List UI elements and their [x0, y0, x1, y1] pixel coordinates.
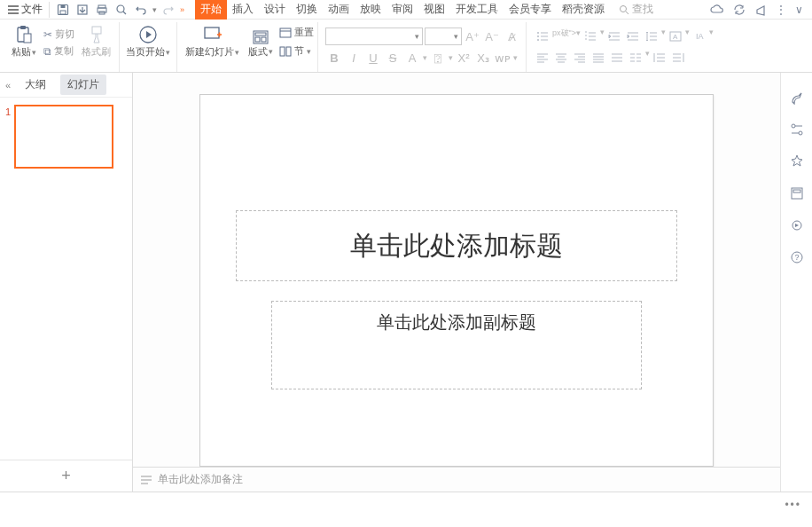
collapse-ribbon-icon[interactable]: ∨ [795, 4, 803, 16]
indent-left-button[interactable] [651, 49, 668, 67]
right-rail: ? [780, 73, 812, 492]
align-left-button[interactable] [534, 49, 551, 67]
text-box-button[interactable]: A [667, 28, 684, 45]
panel-tabs: « 大纲 幻灯片 [0, 73, 132, 98]
tab-resources[interactable]: 稻壳资源 [557, 0, 610, 20]
main-area: « 大纲 幻灯片 1 + 单击此处添加标题 单击此处添加副标题 单击此处添加备注 [0, 73, 812, 492]
rail-design-icon[interactable] [790, 90, 804, 105]
from-current-button[interactable]: 当页开始▾ [123, 24, 173, 59]
italic-button[interactable]: I [345, 49, 363, 67]
line-spacing-button[interactable] [643, 28, 660, 45]
underline-button[interactable]: U [364, 49, 382, 67]
paste-button[interactable]: 粘贴▾ [9, 24, 39, 59]
left-panel: « 大纲 幻灯片 1 + [0, 73, 133, 492]
indent-right-button[interactable] [669, 49, 687, 67]
canvas-scroll[interactable]: 单击此处添加标题 单击此处添加副标题 [133, 73, 780, 467]
layout-button[interactable]: 版式▾ [246, 28, 276, 59]
status-more-icon[interactable]: ••• [785, 499, 801, 511]
search-icon [619, 4, 629, 15]
rail-help-icon[interactable]: ? [790, 250, 804, 264]
reset-button[interactable]: 重置 [279, 26, 314, 39]
tab-insert[interactable]: 插入 [227, 0, 259, 20]
copy-button[interactable]: ⧉复制 [41, 43, 77, 59]
add-slide-button[interactable]: + [0, 460, 132, 492]
qat-more[interactable]: » [180, 5, 184, 14]
rail-magic-icon[interactable] [790, 154, 804, 169]
tab-animation[interactable]: 动画 [323, 0, 355, 20]
highlight-button[interactable]: ⍰ [429, 49, 447, 67]
thumbnail-1[interactable] [14, 105, 113, 169]
layout-icon [253, 29, 269, 45]
decrease-font-icon[interactable]: A⁻ [483, 28, 501, 45]
svg-rect-18 [262, 37, 266, 42]
slides-tab[interactable]: 幻灯片 [60, 75, 106, 95]
font-size-select[interactable]: ▾ [425, 28, 462, 45]
canvas-area: 单击此处添加标题 单击此处添加副标题 单击此处添加备注 [133, 73, 780, 492]
tab-review[interactable]: 审阅 [386, 0, 418, 20]
tab-slideshow[interactable]: 放映 [355, 0, 386, 20]
menu-left: 文件 ▾ » 开始 插入 [4, 0, 653, 20]
subscript-button[interactable]: X₃ [474, 49, 492, 67]
tab-start[interactable]: 开始 [195, 0, 227, 20]
strike-button[interactable]: S [384, 49, 402, 67]
align-center-button[interactable] [552, 49, 570, 67]
preview-icon[interactable] [113, 2, 129, 18]
format-painter-button[interactable]: 格式刷 [79, 24, 113, 59]
scissors-icon: ✂ [43, 28, 52, 41]
section-button[interactable]: 节▾ [279, 44, 314, 58]
svg-point-29 [799, 131, 802, 135]
painter-label: 格式刷 [82, 45, 111, 59]
tab-vip[interactable]: 会员专享 [504, 0, 557, 20]
columns-button[interactable] [627, 49, 644, 67]
superscript-button[interactable]: X² [455, 49, 472, 67]
text-direction-button[interactable]: IA [691, 28, 708, 45]
clear-fmt-icon[interactable]: A̷ [503, 28, 520, 45]
number-list-button[interactable] [582, 28, 599, 45]
outline-tab[interactable]: 大纲 [18, 75, 53, 95]
undo-icon[interactable] [133, 2, 149, 18]
cut-button[interactable]: ✂剪切 [41, 27, 77, 42]
tab-devtools[interactable]: 开发工具 [450, 0, 504, 20]
rail-settings-icon[interactable] [790, 122, 804, 137]
save-icon[interactable] [55, 2, 71, 18]
rail-template-icon[interactable] [790, 186, 804, 201]
align-distributed-button[interactable] [608, 49, 626, 67]
change-case-button[interactable]: ᴡᴩ [494, 49, 511, 67]
decrease-indent-button[interactable] [605, 28, 623, 45]
svg-rect-10 [20, 26, 26, 29]
font-color-button[interactable]: A [403, 49, 421, 67]
tab-view[interactable]: 视图 [418, 0, 450, 20]
cloud-icon[interactable] [710, 4, 724, 15]
tab-design[interactable]: 设计 [259, 0, 291, 20]
increase-font-icon[interactable]: A⁺ [464, 28, 481, 45]
undo-dropdown[interactable]: ▾ [152, 5, 157, 14]
notes-bar[interactable]: 单击此处添加备注 [133, 467, 780, 492]
print-icon[interactable] [94, 2, 110, 18]
svg-rect-21 [286, 47, 291, 56]
align-justify-button[interactable] [589, 49, 607, 67]
new-slide-icon [203, 24, 223, 45]
file-menu[interactable]: 文件 [4, 0, 47, 19]
redo-icon[interactable] [160, 2, 176, 18]
subtitle-placeholder[interactable]: 单击此处添加副标题 [271, 301, 642, 389]
new-slide-button[interactable]: 新建幻灯片▾ [183, 24, 242, 59]
rail-animation-icon[interactable] [790, 218, 804, 232]
title-placeholder[interactable]: 单击此处添加标题 [236, 210, 677, 281]
play-icon [138, 24, 158, 45]
svg-point-22 [537, 32, 539, 34]
more-icon[interactable]: ⋮ [776, 4, 786, 16]
export-icon[interactable] [74, 2, 90, 18]
copy-icon: ⧉ [43, 45, 51, 58]
increase-indent-button[interactable] [624, 28, 642, 45]
collapse-panel-icon[interactable]: « [5, 80, 11, 90]
sync-icon[interactable] [733, 4, 746, 16]
share-icon[interactable] [754, 4, 767, 16]
search-box[interactable]: 查找 [619, 2, 653, 17]
align-right-button[interactable] [571, 49, 589, 67]
slide-canvas[interactable]: 单击此处添加标题 单击此处添加副标题 [199, 94, 714, 467]
tab-transition[interactable]: 切换 [291, 0, 323, 20]
bold-button[interactable]: B [325, 49, 343, 67]
bullet-list-button[interactable] [534, 28, 551, 45]
font-family-select[interactable]: ▾ [325, 28, 423, 45]
paste-icon [15, 24, 33, 45]
